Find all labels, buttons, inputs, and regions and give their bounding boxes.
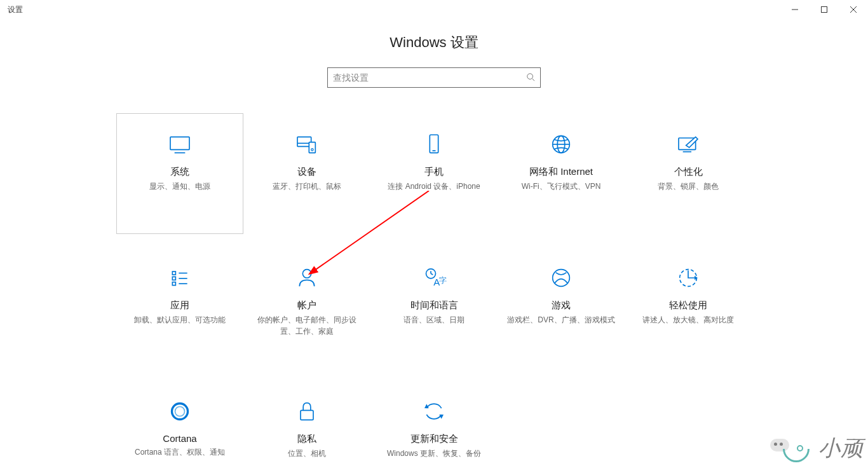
display-icon: [165, 129, 195, 160]
tile-title: 游戏: [552, 299, 571, 312]
watermark-icon: [770, 432, 815, 464]
window-controls: [780, 0, 868, 19]
svg-rect-23: [172, 282, 175, 286]
svg-point-34: [172, 404, 188, 420]
tile-desc: 位置、相机: [281, 448, 332, 459]
tile-accounts[interactable]: 帐户 你的帐户、电子邮件、同步设置、工作、家庭: [243, 247, 370, 368]
svg-rect-10: [309, 142, 315, 153]
svg-rect-1: [822, 7, 827, 13]
svg-line-28: [431, 273, 433, 275]
tile-desc: 蓝牙、打印机、鼠标: [266, 181, 348, 192]
watermark: 小顽: [770, 432, 864, 464]
tile-update[interactable]: 更新和安全 Windows 更新、恢复、备份: [370, 380, 498, 468]
tile-system[interactable]: 系统 显示、通知、电源: [116, 113, 243, 234]
search-icon: [526, 72, 535, 83]
svg-line-5: [532, 78, 535, 81]
maximize-button[interactable]: [810, 0, 839, 19]
tile-cortana[interactable]: Cortana Cortana 语言、权限、通知: [116, 380, 243, 468]
cortana-icon: [165, 396, 195, 427]
svg-rect-19: [172, 272, 175, 275]
paint-icon: [673, 129, 703, 160]
tile-desc: 语音、区域、日期: [397, 314, 471, 326]
tile-desc: 背景、锁屏、颜色: [651, 181, 725, 192]
tile-title: 帐户: [297, 299, 316, 312]
window-title: 设置: [8, 4, 23, 15]
tile-ease-of-access[interactable]: 轻松使用 讲述人、放大镜、高对比度: [625, 247, 752, 368]
tile-title: 时间和语言: [410, 299, 458, 312]
devices-icon: [292, 129, 322, 160]
tile-network[interactable]: 网络和 Internet Wi-Fi、飞行模式、VPN: [498, 113, 625, 234]
tile-desc: 连接 Android 设备、iPhone: [381, 181, 486, 192]
tile-apps[interactable]: 应用 卸载、默认应用、可选功能: [116, 247, 243, 368]
tile-title: Cortana: [163, 433, 196, 444]
ease-of-access-icon: [673, 263, 703, 293]
sync-icon: [419, 396, 449, 427]
svg-rect-12: [430, 135, 438, 153]
svg-text:字: 字: [439, 276, 447, 284]
svg-rect-6: [170, 137, 189, 149]
svg-point-25: [302, 270, 311, 278]
person-icon: [292, 263, 322, 293]
lock-icon: [292, 396, 322, 427]
svg-point-4: [527, 73, 533, 79]
close-button[interactable]: [839, 0, 868, 19]
tile-desc: 你的帐户、电子邮件、同步设置、工作、家庭: [244, 314, 370, 337]
tile-title: 更新和安全: [410, 433, 458, 445]
tile-desc: Cortana 语言、权限、通知: [128, 446, 231, 458]
xbox-icon: [546, 263, 576, 293]
tile-gaming[interactable]: 游戏 游戏栏、DVR、广播、游戏模式: [498, 247, 625, 368]
tile-privacy[interactable]: 隐私 位置、相机: [243, 380, 370, 468]
titlebar: 设置: [0, 0, 868, 19]
tile-desc: Wi-Fi、飞行模式、VPN: [515, 181, 607, 192]
svg-rect-21: [172, 277, 175, 280]
svg-point-35: [175, 407, 185, 416]
search-box[interactable]: [327, 67, 541, 88]
tile-devices[interactable]: 设备 蓝牙、打印机、鼠标: [243, 113, 370, 234]
globe-icon: [546, 129, 576, 160]
search-wrap: [0, 67, 868, 88]
tile-desc: 卸载、默认应用、可选功能: [128, 314, 232, 326]
tile-desc: Windows 更新、恢复、备份: [381, 448, 487, 459]
time-language-icon: A字: [419, 263, 449, 293]
tile-title: 应用: [170, 299, 189, 312]
minimize-button[interactable]: [780, 0, 810, 19]
page-heading: Windows 设置: [0, 33, 868, 52]
tile-title: 网络和 Internet: [529, 166, 593, 178]
svg-point-31: [553, 270, 570, 287]
tile-desc: 游戏栏、DVR、广播、游戏模式: [501, 314, 621, 326]
tile-time-language[interactable]: A字 时间和语言 语音、区域、日期: [370, 247, 498, 368]
apps-icon: [165, 263, 195, 293]
watermark-text: 小顽: [818, 434, 864, 463]
tile-title: 轻松使用: [669, 299, 707, 312]
tile-phone[interactable]: 手机 连接 Android 设备、iPhone: [370, 113, 498, 234]
svg-rect-36: [301, 410, 313, 420]
tile-desc: 讲述人、放大镜、高对比度: [636, 314, 740, 326]
tile-title: 隐私: [297, 433, 316, 445]
settings-grid: 系统 显示、通知、电源 设备 蓝牙、打印机、鼠标 手机 连接 Android 设…: [0, 113, 868, 468]
phone-icon: [419, 129, 449, 160]
tile-title: 手机: [424, 166, 444, 178]
tile-title: 个性化: [674, 166, 703, 178]
tile-desc: 显示、通知、电源: [143, 181, 217, 192]
tile-title: 设备: [297, 166, 316, 178]
search-input[interactable]: [333, 72, 526, 83]
tile-personalization[interactable]: 个性化 背景、锁屏、颜色: [625, 113, 752, 234]
tile-title: 系统: [170, 166, 189, 178]
